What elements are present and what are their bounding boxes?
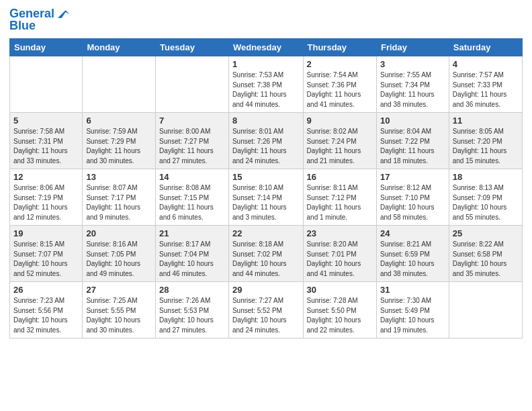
day-number: 11 [453,116,519,126]
day-number: 12 [13,172,79,182]
calendar-cell: 12Sunrise: 8:06 AMSunset: 7:19 PMDayligh… [10,169,83,226]
calendar-cell: 25Sunrise: 8:22 AMSunset: 6:58 PMDayligh… [449,226,522,282]
calendar-cell: 27Sunrise: 7:25 AMSunset: 5:55 PMDayligh… [83,282,156,338]
day-info: Sunrise: 7:57 AMSunset: 7:33 PMDaylight:… [453,71,519,109]
day-info: Sunrise: 8:13 AMSunset: 7:09 PMDaylight:… [453,183,519,222]
calendar-cell: 16Sunrise: 8:11 AMSunset: 7:12 PMDayligh… [303,169,376,226]
calendar-cell: 1Sunrise: 7:53 AMSunset: 7:38 PMDaylight… [228,56,303,113]
calendar-cell: 23Sunrise: 8:20 AMSunset: 7:01 PMDayligh… [303,226,376,282]
page: General Blue SundayMondayTuesdayWednesda… [0,0,532,411]
day-info: Sunrise: 8:07 AMSunset: 7:17 PMDaylight:… [86,183,152,222]
calendar-table: SundayMondayTuesdayWednesdayThursdayFrid… [9,38,523,338]
day-number: 2 [307,59,373,69]
day-info: Sunrise: 8:11 AMSunset: 7:12 PMDaylight:… [307,183,373,222]
day-info: Sunrise: 7:23 AMSunset: 5:56 PMDaylight:… [13,296,79,335]
calendar-cell: 9Sunrise: 8:02 AMSunset: 7:24 PMDaylight… [303,113,376,169]
weekday-header-tuesday: Tuesday [156,39,229,56]
weekday-header-row: SundayMondayTuesdayWednesdayThursdayFrid… [10,39,523,56]
day-info: Sunrise: 8:10 AMSunset: 7:14 PMDaylight:… [232,183,300,222]
calendar-cell: 4Sunrise: 7:57 AMSunset: 7:33 PMDaylight… [449,56,522,113]
logo: General Blue [9,7,71,33]
day-number: 30 [307,285,373,295]
week-row-4: 19Sunrise: 8:15 AMSunset: 7:07 PMDayligh… [10,226,523,282]
day-number: 23 [307,228,373,238]
day-number: 5 [13,116,79,126]
calendar-cell [10,56,83,113]
day-info: Sunrise: 8:17 AMSunset: 7:04 PMDaylight:… [159,240,225,279]
day-number: 9 [307,116,373,126]
day-info: Sunrise: 8:21 AMSunset: 6:59 PMDaylight:… [380,240,445,279]
calendar-cell [83,56,156,113]
calendar-cell: 15Sunrise: 8:10 AMSunset: 7:14 PMDayligh… [228,169,303,226]
calendar-cell: 11Sunrise: 8:05 AMSunset: 7:20 PMDayligh… [449,113,522,169]
calendar-cell: 20Sunrise: 8:16 AMSunset: 7:05 PMDayligh… [83,226,156,282]
day-info: Sunrise: 8:04 AMSunset: 7:22 PMDaylight:… [380,127,445,166]
calendar-cell: 22Sunrise: 8:18 AMSunset: 7:02 PMDayligh… [228,226,303,282]
day-info: Sunrise: 8:05 AMSunset: 7:20 PMDaylight:… [453,127,519,166]
day-number: 1 [232,59,300,69]
day-info: Sunrise: 8:18 AMSunset: 7:02 PMDaylight:… [232,240,300,279]
weekday-header-monday: Monday [83,39,156,56]
day-number: 13 [86,172,152,182]
week-row-2: 5Sunrise: 7:58 AMSunset: 7:31 PMDaylight… [10,113,523,169]
day-info: Sunrise: 8:12 AMSunset: 7:10 PMDaylight:… [380,183,445,222]
day-info: Sunrise: 8:00 AMSunset: 7:27 PMDaylight:… [159,127,225,166]
calendar-cell: 26Sunrise: 7:23 AMSunset: 5:56 PMDayligh… [10,282,83,338]
calendar-cell: 18Sunrise: 8:13 AMSunset: 7:09 PMDayligh… [449,169,522,226]
calendar-cell: 10Sunrise: 8:04 AMSunset: 7:22 PMDayligh… [376,113,449,169]
day-info: Sunrise: 8:06 AMSunset: 7:19 PMDaylight:… [13,183,79,222]
day-info: Sunrise: 7:26 AMSunset: 5:53 PMDaylight:… [159,296,225,335]
day-info: Sunrise: 7:30 AMSunset: 5:49 PMDaylight:… [380,296,445,335]
calendar-cell: 7Sunrise: 8:00 AMSunset: 7:27 PMDaylight… [156,113,229,169]
day-number: 27 [86,285,152,295]
day-number: 8 [232,116,300,126]
day-number: 26 [13,285,79,295]
day-info: Sunrise: 7:27 AMSunset: 5:52 PMDaylight:… [232,296,300,335]
day-number: 31 [380,285,445,295]
day-info: Sunrise: 7:25 AMSunset: 5:55 PMDaylight:… [86,296,152,335]
calendar-cell: 19Sunrise: 8:15 AMSunset: 7:07 PMDayligh… [10,226,83,282]
day-number: 19 [13,228,79,238]
weekday-header-sunday: Sunday [10,39,83,56]
day-number: 15 [232,172,300,182]
calendar-cell [156,56,229,113]
day-number: 17 [380,172,445,182]
day-info: Sunrise: 8:08 AMSunset: 7:15 PMDaylight:… [159,183,225,222]
day-number: 3 [380,59,445,69]
calendar-cell: 13Sunrise: 8:07 AMSunset: 7:17 PMDayligh… [83,169,156,226]
day-number: 10 [380,116,445,126]
calendar-cell: 14Sunrise: 8:08 AMSunset: 7:15 PMDayligh… [156,169,229,226]
day-info: Sunrise: 7:53 AMSunset: 7:38 PMDaylight:… [232,71,300,109]
calendar-cell: 31Sunrise: 7:30 AMSunset: 5:49 PMDayligh… [376,282,449,338]
weekday-header-friday: Friday [376,39,449,56]
day-info: Sunrise: 7:58 AMSunset: 7:31 PMDaylight:… [13,127,79,166]
week-row-3: 12Sunrise: 8:06 AMSunset: 7:19 PMDayligh… [10,169,523,226]
day-number: 20 [86,228,152,238]
calendar-cell: 6Sunrise: 7:59 AMSunset: 7:29 PMDaylight… [83,113,156,169]
calendar-cell: 3Sunrise: 7:55 AMSunset: 7:34 PMDaylight… [376,56,449,113]
weekday-header-saturday: Saturday [449,39,522,56]
calendar-cell: 28Sunrise: 7:26 AMSunset: 5:53 PMDayligh… [156,282,229,338]
calendar-cell: 17Sunrise: 8:12 AMSunset: 7:10 PMDayligh… [376,169,449,226]
day-info: Sunrise: 8:15 AMSunset: 7:07 PMDaylight:… [13,240,79,279]
calendar-cell [449,282,522,338]
day-info: Sunrise: 7:54 AMSunset: 7:36 PMDaylight:… [307,71,373,109]
day-number: 4 [453,59,519,69]
day-number: 7 [159,116,225,126]
calendar-cell: 8Sunrise: 8:01 AMSunset: 7:26 PMDaylight… [228,113,303,169]
day-number: 21 [159,228,225,238]
calendar-cell: 2Sunrise: 7:54 AMSunset: 7:36 PMDaylight… [303,56,376,113]
day-number: 14 [159,172,225,182]
calendar-cell: 24Sunrise: 8:21 AMSunset: 6:59 PMDayligh… [376,226,449,282]
day-number: 29 [232,285,300,295]
day-info: Sunrise: 8:16 AMSunset: 7:05 PMDaylight:… [86,240,152,279]
calendar-cell: 21Sunrise: 8:17 AMSunset: 7:04 PMDayligh… [156,226,229,282]
day-number: 16 [307,172,373,182]
calendar-cell: 29Sunrise: 7:27 AMSunset: 5:52 PMDayligh… [228,282,303,338]
week-row-1: 1Sunrise: 7:53 AMSunset: 7:38 PMDaylight… [10,56,523,113]
day-info: Sunrise: 7:59 AMSunset: 7:29 PMDaylight:… [86,127,152,166]
weekday-header-thursday: Thursday [303,39,376,56]
day-info: Sunrise: 7:55 AMSunset: 7:34 PMDaylight:… [380,71,445,109]
day-number: 18 [453,172,519,182]
day-info: Sunrise: 7:28 AMSunset: 5:50 PMDaylight:… [307,296,373,335]
